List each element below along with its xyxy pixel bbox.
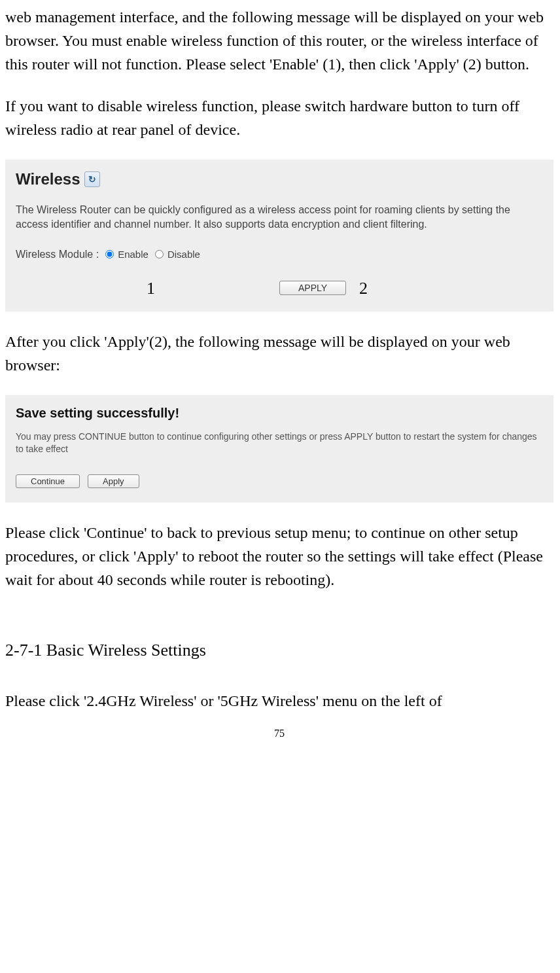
save-success-title: Save setting successfully! <box>16 403 543 423</box>
callout-1: 1 <box>147 275 155 301</box>
apply-button-2[interactable]: Apply <box>88 474 139 488</box>
apply-button[interactable]: APPLY <box>279 281 346 295</box>
intro-paragraph-2: If you want to disable wireless function… <box>5 94 553 141</box>
continue-paragraph: Please click 'Continue' to back to previ… <box>5 521 553 592</box>
after-apply-paragraph: After you click 'Apply'(2), the followin… <box>5 330 553 377</box>
disable-radio[interactable] <box>155 250 164 258</box>
page-number: 75 <box>5 726 553 741</box>
callout-2: 2 <box>359 275 368 301</box>
save-success-panel: Save setting successfully! You may press… <box>5 395 553 503</box>
intro-paragraph-1: web management interface, and the follow… <box>5 5 553 76</box>
save-success-description: You may press CONTINUE button to continu… <box>16 431 543 456</box>
section-heading: 2-7-1 Basic Wireless Settings <box>5 637 553 663</box>
last-paragraph: Please click '2.4GHz Wireless' or '5GHz … <box>5 689 553 713</box>
wireless-description: The Wireless Router can be quickly confi… <box>16 203 543 232</box>
wireless-module-label: Wireless Module : <box>16 247 99 262</box>
enable-radio[interactable] <box>105 250 114 258</box>
continue-button[interactable]: Continue <box>16 474 80 488</box>
disable-label: Disable <box>167 247 200 262</box>
wireless-title: Wireless <box>16 168 80 191</box>
refresh-icon[interactable]: ↻ <box>84 171 100 187</box>
wireless-panel: Wireless ↻ The Wireless Router can be qu… <box>5 160 553 311</box>
enable-label: Enable <box>118 247 149 262</box>
